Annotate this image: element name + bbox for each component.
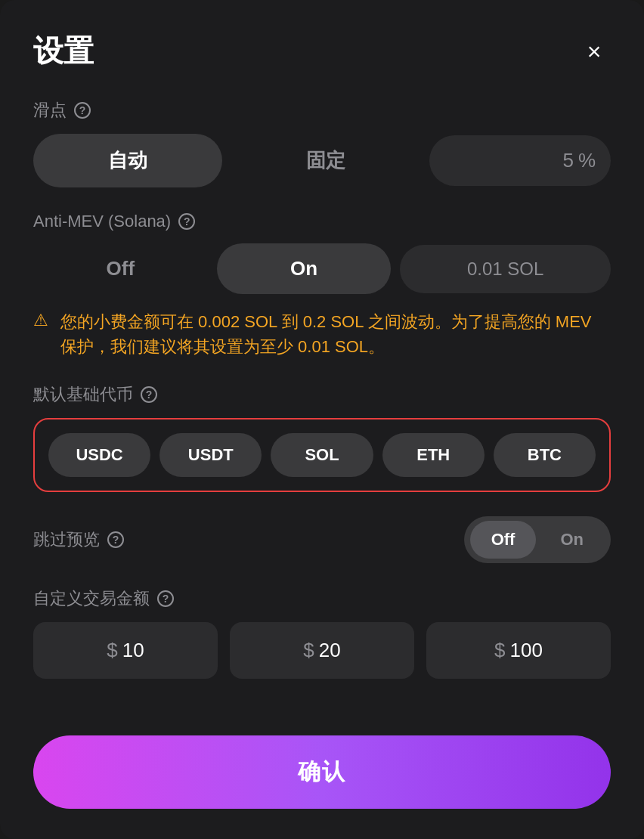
slippage-pct-unit: %: [578, 149, 596, 172]
anti-mev-section: Anti-MEV (Solana) ? Off On 0.01 SOL ⚠ 您的…: [33, 212, 611, 359]
currency-btc-button[interactable]: BTC: [494, 433, 596, 477]
warning-text: 您的小费金额可在 0.002 SOL 到 0.2 SOL 之间波动。为了提高您的…: [60, 309, 611, 359]
modal-title: 设置: [33, 30, 94, 72]
slippage-label-group: 滑点 ?: [33, 99, 611, 122]
slippage-help-icon[interactable]: ?: [74, 102, 91, 119]
amount-100-sign: $: [494, 639, 505, 662]
base-currency-label-group: 默认基础代币 ?: [33, 383, 611, 406]
skip-preview-section: 跳过预览 ? Off On: [33, 516, 611, 563]
amount-10-sign: $: [107, 639, 117, 662]
skip-preview-toggle: Off On: [464, 516, 611, 563]
currency-sol-button[interactable]: SOL: [271, 433, 373, 477]
slippage-label: 滑点: [33, 99, 67, 122]
currency-usdc-button[interactable]: USDC: [48, 433, 150, 477]
anti-mev-help-icon[interactable]: ?: [178, 213, 195, 230]
modal-header: 设置 ×: [33, 30, 611, 72]
amount-20-sign: $: [303, 639, 314, 662]
mev-off-button[interactable]: Off: [33, 243, 208, 294]
anti-mev-label: Anti-MEV (Solana): [33, 212, 171, 231]
currency-selector: USDC USDT SOL ETH BTC: [33, 418, 611, 492]
custom-amounts-help-icon[interactable]: ?: [157, 590, 174, 607]
custom-amounts-section: 自定义交易金额 ? $ 10 $ 20 $ 100: [33, 587, 611, 679]
custom-amounts-label: 自定义交易金额: [33, 587, 150, 610]
warning-icon: ⚠: [33, 311, 48, 330]
anti-mev-label-group: Anti-MEV (Solana) ?: [33, 212, 611, 231]
skip-label-group: 跳过预览 ?: [33, 528, 124, 551]
close-button[interactable]: ×: [577, 35, 611, 68]
mev-on-button[interactable]: On: [217, 243, 392, 294]
currency-eth-button[interactable]: ETH: [382, 433, 485, 477]
slippage-pct-value: 5: [562, 149, 573, 172]
amount-100-value: 100: [510, 639, 543, 662]
custom-amounts-label-group: 自定义交易金额 ?: [33, 587, 611, 610]
skip-on-button[interactable]: On: [539, 521, 605, 559]
amount-20-value: 20: [319, 639, 341, 662]
settings-modal: 设置 × 滑点 ? 自动 固定 5 % Anti-MEV (Solana) ? …: [0, 0, 644, 839]
skip-preview-row: 跳过预览 ? Off On: [33, 516, 611, 563]
skip-off-button[interactable]: Off: [470, 521, 537, 559]
confirm-button[interactable]: 确认: [33, 735, 611, 809]
base-currency-label: 默认基础代币: [33, 383, 133, 406]
skip-preview-help-icon[interactable]: ?: [107, 531, 124, 548]
confirm-section: 确认: [33, 705, 611, 809]
slippage-auto-button[interactable]: 自动: [33, 134, 222, 187]
base-currency-section: 默认基础代币 ? USDC USDT SOL ETH BTC: [33, 383, 611, 492]
slippage-section: 滑点 ? 自动 固定 5 %: [33, 99, 611, 187]
amount-100-button[interactable]: $ 100: [426, 622, 611, 679]
slippage-fixed-button[interactable]: 固定: [231, 134, 420, 187]
amounts-row: $ 10 $ 20 $ 100: [33, 622, 611, 679]
mev-sol-display: 0.01 SOL: [400, 245, 611, 293]
skip-preview-label: 跳过预览: [33, 528, 100, 551]
base-currency-help-icon[interactable]: ?: [141, 386, 157, 403]
amount-10-button[interactable]: $ 10: [33, 622, 218, 679]
mev-controls: Off On 0.01 SOL: [33, 243, 611, 294]
amount-20-button[interactable]: $ 20: [230, 622, 414, 679]
slippage-pct-display: 5 %: [429, 135, 611, 186]
amount-10-value: 10: [122, 639, 144, 662]
currency-usdt-button[interactable]: USDT: [159, 433, 262, 477]
slippage-controls: 自动 固定 5 %: [33, 134, 611, 187]
mev-warning: ⚠ 您的小费金额可在 0.002 SOL 到 0.2 SOL 之间波动。为了提高…: [33, 309, 611, 359]
